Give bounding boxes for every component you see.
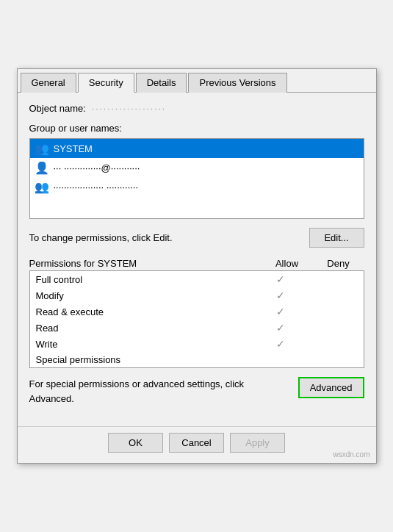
user-name-system: SYSTEM <box>54 143 93 154</box>
change-perms-row: To change permissions, click Edit. Edit.… <box>29 228 364 248</box>
permissions-table: Full control ✓ Modify ✓ Read & execute ✓… <box>29 270 364 368</box>
perm-allow-read-execute: ✓ <box>255 306 306 317</box>
users-list[interactable]: 👥 SYSTEM 👤 ··· ··············@··········… <box>29 138 364 219</box>
tab-general[interactable]: General <box>21 73 76 93</box>
user-icon-2: 👥 <box>35 179 49 194</box>
perm-row-write: Write ✓ <box>30 336 364 352</box>
perm-row-modify: Modify ✓ <box>30 287 364 303</box>
advanced-button[interactable]: Advanced <box>298 377 364 398</box>
system-icon: 👥 <box>35 141 49 156</box>
permissions-header: Permissions for SYSTEM Allow Deny <box>29 258 364 269</box>
perm-allow-full-control: ✓ <box>255 273 306 285</box>
perm-allow-modify: ✓ <box>255 290 306 301</box>
tab-details[interactable]: Details <box>136 73 187 93</box>
security-dialog: General Security Details Previous Versio… <box>17 68 377 464</box>
perm-row-read: Read ✓ <box>30 320 364 336</box>
ok-button[interactable]: OK <box>108 433 163 453</box>
object-name-value: ··················· <box>92 104 166 114</box>
perm-name-special: Special permissions <box>36 354 255 365</box>
perm-name-modify: Modify <box>36 290 255 301</box>
perm-row-special: Special permissions <box>30 352 364 367</box>
object-name-label: Object name: <box>29 103 86 114</box>
permissions-for-label: Permissions for SYSTEM <box>29 258 262 269</box>
object-name-row: Object name: ··················· <box>29 103 364 114</box>
user-item-2[interactable]: 👥 ··················· ············ <box>30 177 364 196</box>
permissions-section: Permissions for SYSTEM Allow Deny Full c… <box>29 258 364 368</box>
perm-allow-write: ✓ <box>255 338 306 350</box>
perm-name-read-execute: Read & execute <box>36 306 255 317</box>
tab-security[interactable]: Security <box>78 73 134 93</box>
watermark: wsxdn.com <box>333 450 369 459</box>
cancel-button[interactable]: Cancel <box>169 433 224 453</box>
dialog-content: Object name: ··················· Group o… <box>18 93 376 426</box>
dialog-footer: OK Cancel Apply <box>18 426 376 463</box>
tab-previous-versions[interactable]: Previous Versions <box>188 73 286 93</box>
allow-col-header: Allow <box>262 258 313 269</box>
perm-name-full-control: Full control <box>36 274 255 285</box>
perm-row-full-control: Full control ✓ <box>30 271 364 287</box>
user-name-2: ··················· ············ <box>54 181 139 193</box>
apply-button[interactable]: Apply <box>230 433 285 453</box>
group-users-label: Group or user names: <box>29 123 364 134</box>
perm-row-read-execute: Read & execute ✓ <box>30 303 364 320</box>
tabs-bar: General Security Details Previous Versio… <box>18 69 376 93</box>
user-item-1[interactable]: 👤 ··· ··············@··········· <box>30 158 364 177</box>
perm-name-read: Read <box>36 323 255 334</box>
perm-name-write: Write <box>36 339 255 350</box>
change-perms-text: To change permissions, click Edit. <box>29 232 309 243</box>
edit-button[interactable]: Edit... <box>309 228 364 248</box>
user-item-system[interactable]: 👥 SYSTEM <box>30 139 364 158</box>
advanced-text: For special permissions or advanced sett… <box>29 377 291 406</box>
perm-allow-read: ✓ <box>255 322 306 334</box>
user-name-1: ··· ··············@··········· <box>54 162 140 173</box>
advanced-row: For special permissions or advanced sett… <box>29 377 364 406</box>
deny-col-header: Deny <box>313 258 364 269</box>
user-icon-1: 👤 <box>35 160 49 175</box>
